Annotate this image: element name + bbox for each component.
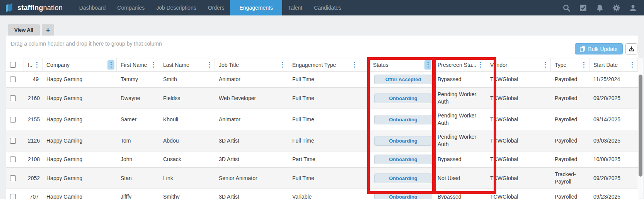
table-row[interactable]: 2126Happy GamingTomAbdou3D ArtistFull Ti… bbox=[6, 130, 638, 151]
column-menu-icon-company[interactable] bbox=[107, 60, 114, 70]
profile-icon[interactable] bbox=[629, 4, 637, 12]
column-header-start[interactable]: Start Date bbox=[589, 58, 638, 71]
table-row[interactable]: 2052Happy GamingStanLinkSenior AnimatorF… bbox=[6, 168, 638, 189]
column-header-vendor[interactable]: Vendor bbox=[486, 58, 551, 71]
scrollbar-thumb[interactable] bbox=[639, 75, 642, 177]
status-badge[interactable]: Onboarding bbox=[374, 136, 432, 146]
cell-vendor: TCWGlobal bbox=[486, 172, 551, 185]
bulk-update-button[interactable]: Bulk Update bbox=[575, 43, 623, 54]
cell-type: Tracked-Payroll bbox=[551, 168, 589, 189]
grid-header-row: I...CompanyFirst NameLast NameJob TitleE… bbox=[6, 58, 638, 71]
column-header-first[interactable]: First Name bbox=[117, 58, 159, 71]
row-checkbox[interactable] bbox=[10, 77, 16, 82]
cell-prescreen: Bypassed bbox=[434, 190, 486, 199]
cell-type: Payrolled bbox=[551, 153, 589, 166]
status-badge[interactable]: Onboarding bbox=[374, 115, 432, 124]
tasks-icon[interactable] bbox=[579, 4, 587, 12]
nav-icon-group bbox=[562, 0, 644, 15]
column-menu-icon-type[interactable] bbox=[580, 60, 587, 70]
cell-eng: Full Time bbox=[288, 134, 360, 148]
add-view-button[interactable]: + bbox=[42, 24, 54, 36]
cell-prescreen: Pending Worker Auth bbox=[434, 130, 486, 151]
row-checkbox[interactable] bbox=[10, 95, 16, 101]
column-menu-icon-first[interactable] bbox=[150, 60, 157, 70]
table-row[interactable]: 49Happy GamingTammySmithAnimatorFull Tim… bbox=[6, 71, 638, 88]
cell-vendor: TCWGlobal bbox=[486, 153, 551, 166]
column-header-type[interactable]: Type bbox=[551, 58, 589, 71]
column-label-prescreen: Prescreen Sta... bbox=[438, 62, 477, 68]
search-icon[interactable] bbox=[562, 4, 571, 12]
cell-last: Link bbox=[159, 172, 215, 185]
cell-company: Happy Gaming bbox=[43, 172, 117, 185]
settings-icon[interactable] bbox=[612, 4, 620, 12]
cell-id: 707 bbox=[24, 190, 43, 199]
export-download-button[interactable] bbox=[625, 43, 637, 54]
cell-type: Payrolled bbox=[551, 113, 589, 126]
status-badge[interactable]: Offer Accepted bbox=[374, 75, 432, 84]
brand-logo[interactable]: staffingnation bbox=[0, 0, 63, 15]
cell-job: 3D Artist bbox=[215, 153, 288, 166]
column-menu-icon-eng[interactable] bbox=[351, 60, 358, 70]
select-all-checkbox[interactable] bbox=[10, 62, 16, 68]
column-label-last: Last Name bbox=[163, 62, 206, 68]
column-label-first: First Name bbox=[121, 62, 150, 68]
row-checkbox[interactable] bbox=[10, 138, 16, 144]
cell-id: 2160 bbox=[24, 92, 43, 105]
cell-type: Payrolled bbox=[551, 73, 589, 86]
status-badge[interactable]: Onboarding bbox=[374, 192, 432, 199]
cell-eng: Part Time bbox=[288, 153, 360, 166]
column-menu-icon-job[interactable] bbox=[279, 60, 286, 70]
group-by-drop-zone: Drag a column header and drop it here to… bbox=[11, 41, 162, 47]
column-header-company[interactable]: Company bbox=[43, 58, 117, 71]
column-header-eng[interactable]: Engagement Type bbox=[288, 58, 360, 71]
table-row[interactable]: 2108Happy GamingJohnCusack3D ArtistPart … bbox=[6, 151, 638, 168]
notifications-icon[interactable] bbox=[596, 4, 604, 12]
column-header-status[interactable]: Status bbox=[360, 58, 434, 71]
nav-item-job-descriptions[interactable]: Job Descriptions bbox=[150, 0, 202, 15]
cell-prescreen: Pending Worker Auth bbox=[434, 88, 486, 109]
column-menu-icon-id[interactable] bbox=[33, 60, 40, 70]
column-label-eng: Engagement Type bbox=[292, 62, 351, 68]
nav-item-companies[interactable]: Companies bbox=[111, 0, 150, 15]
vertical-scrollbar[interactable] bbox=[638, 58, 643, 199]
column-menu-icon-last[interactable] bbox=[206, 60, 213, 70]
column-label-type: Type bbox=[555, 62, 580, 68]
row-checkbox[interactable] bbox=[10, 175, 16, 181]
column-menu-icon-status[interactable] bbox=[424, 60, 431, 70]
status-badge[interactable]: Onboarding bbox=[374, 173, 432, 183]
top-nav: staffingnation DashboardCompaniesJob Des… bbox=[0, 0, 644, 15]
tab-view-all[interactable]: View All bbox=[8, 24, 40, 36]
nav-item-talent[interactable]: Talent bbox=[282, 0, 308, 15]
row-checkbox[interactable] bbox=[10, 117, 16, 122]
nav-item-engagements[interactable]: Engagements bbox=[230, 0, 282, 15]
cell-id: 2052 bbox=[24, 172, 43, 185]
nav-item-orders[interactable]: Orders bbox=[202, 0, 230, 15]
row-checkbox[interactable] bbox=[10, 194, 16, 199]
cell-job: Animator bbox=[215, 113, 288, 126]
column-header-last[interactable]: Last Name bbox=[159, 58, 215, 71]
cell-start: 10/08/2025 bbox=[589, 153, 638, 166]
cell-vendor: TCWGlobal bbox=[486, 190, 551, 199]
column-label-vendor: Vendor bbox=[490, 62, 542, 68]
cell-select bbox=[6, 156, 24, 162]
column-menu-icon-vendor[interactable] bbox=[542, 60, 549, 70]
nav-item-candidates[interactable]: Candidates bbox=[308, 0, 347, 15]
cell-job: 3D Artist bbox=[215, 134, 288, 148]
table-row[interactable]: 2155Happy GamingSamerKhouliAnimatorFull … bbox=[6, 109, 638, 130]
cell-eng: Variable bbox=[288, 190, 360, 199]
status-badge[interactable]: Onboarding bbox=[374, 94, 432, 103]
table-row[interactable]: 2160Happy GamingDwayneFieldssWeb Develop… bbox=[6, 88, 638, 109]
cell-company: Happy Gaming bbox=[43, 73, 117, 86]
column-header-id[interactable]: I... bbox=[24, 58, 43, 71]
row-checkbox[interactable] bbox=[10, 156, 16, 162]
status-badge[interactable]: Onboarding bbox=[374, 155, 432, 164]
cell-prescreen: Bypassed bbox=[434, 73, 486, 86]
table-row[interactable]: 707Happy GamingJifffySmithy3D ArtistVari… bbox=[6, 189, 638, 199]
cell-first: Stan bbox=[117, 172, 159, 185]
column-header-prescreen[interactable]: Prescreen Sta... bbox=[434, 58, 486, 71]
nav-item-dashboard[interactable]: Dashboard bbox=[73, 0, 112, 15]
column-header-job[interactable]: Job Title bbox=[215, 58, 288, 71]
cell-status: Offer Accepted bbox=[360, 71, 434, 87]
column-menu-icon-start[interactable] bbox=[629, 60, 635, 70]
column-menu-icon-prescreen[interactable] bbox=[477, 60, 484, 70]
